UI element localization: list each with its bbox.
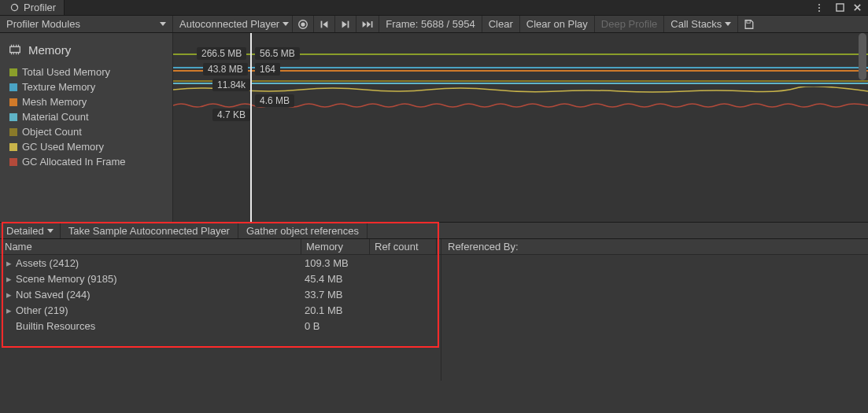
playhead-label-b: 164: [255, 63, 280, 76]
gather-references-button[interactable]: Gather object references: [238, 223, 368, 238]
referenced-by-body: [441, 255, 868, 381]
svg-rect-5: [836, 4, 843, 11]
table-row[interactable]: ▸Other (219)20.1 MB: [0, 302, 441, 318]
chevron-down-icon: [47, 229, 54, 233]
series-line-material: [173, 83, 868, 84]
expand-caret-icon[interactable]: ▸: [6, 289, 14, 301]
deep-profile-button[interactable]: Deep Profile: [595, 16, 665, 32]
series-line-gc-used: [173, 87, 868, 94]
save-button[interactable]: [738, 16, 759, 32]
svg-rect-9: [348, 20, 349, 28]
row-name: Assets (2412): [16, 257, 79, 269]
expand-caret-icon[interactable]: ▸: [6, 257, 14, 269]
memory-module-sidebar: Memory Total Used Memory Texture Memory …: [0, 33, 173, 222]
row-memory: 33.7 MB: [301, 289, 370, 301]
expand-caret-icon[interactable]: ▸: [6, 304, 14, 316]
memory-graph[interactable]: 266.5 MB 43.8 MB 11.84k 4.7 KB 56.5 MB 1…: [173, 33, 868, 222]
row-name: Not Saved (244): [16, 289, 90, 301]
row-memory: 109.3 MB: [301, 257, 370, 269]
swatch: [9, 68, 17, 76]
profiler-modules-label: Profiler Modules: [6, 18, 80, 30]
col-name-header[interactable]: Name: [0, 239, 301, 254]
legend-item-gc-used[interactable]: GC Used Memory: [6, 139, 166, 154]
legend-item-gc-alloc[interactable]: GC Allocated In Frame: [6, 154, 166, 169]
row-name: Builtin Resources: [16, 320, 95, 332]
col-refcount-header[interactable]: Ref count: [370, 239, 437, 254]
next-frame-button[interactable]: [335, 16, 356, 32]
vertical-scrollbar[interactable]: [859, 33, 866, 80]
playhead-label-a: 56.5 MB: [255, 47, 300, 60]
prev-frame-button[interactable]: [314, 16, 335, 32]
memory-legend: Total Used Memory Texture Memory Mesh Me…: [0, 63, 172, 171]
frame-indicator: Frame: 5688 / 5954: [379, 16, 482, 32]
row-memory: 20.1 MB: [301, 304, 370, 316]
row-name: Scene Memory (9185): [16, 273, 117, 285]
y-label-d: 4.7 KB: [212, 109, 250, 121]
chevron-down-icon: [725, 22, 731, 26]
chevron-down-icon: [160, 22, 166, 26]
profiler-tab[interactable]: Profiler: [0, 0, 65, 15]
profiler-modules-dropdown[interactable]: Profiler Modules: [0, 16, 173, 32]
svg-point-3: [818, 7, 820, 9]
memory-tree-panel: Name Memory Ref count ▸Assets (2412)109.…: [0, 239, 441, 381]
connection-dropdown[interactable]: Autoconnected Player: [173, 16, 293, 32]
close-icon[interactable]: [851, 2, 863, 14]
legend-item-object[interactable]: Object Count: [6, 124, 166, 139]
y-label-c: 11.84k: [212, 79, 250, 91]
legend-item-texture[interactable]: Texture Memory: [6, 79, 166, 94]
row-memory: 45.4 MB: [301, 273, 370, 285]
swatch: [9, 113, 17, 121]
playhead-label-c: 4.6 MB: [255, 94, 294, 107]
expand-caret-icon[interactable]: ▸: [6, 273, 14, 285]
table-row[interactable]: Builtin Resources0 B: [0, 318, 441, 334]
svg-rect-10: [371, 21, 373, 28]
series-line-object: [173, 80, 868, 82]
record-button[interactable]: [293, 16, 314, 32]
chevron-down-icon: [283, 22, 289, 26]
last-frame-button[interactable]: [356, 16, 379, 32]
table-row[interactable]: ▸Not Saved (244)33.7 MB: [0, 286, 441, 302]
frame-label: Frame: 5688 / 5954: [386, 18, 475, 30]
svg-point-7: [301, 22, 305, 26]
y-label-b: 43.8 MB: [203, 63, 248, 76]
clear-on-play-button[interactable]: Clear on Play: [520, 16, 595, 32]
tab-menu-icon[interactable]: [816, 2, 829, 14]
table-row[interactable]: ▸Assets (2412)109.3 MB: [0, 255, 441, 271]
swatch: [9, 83, 17, 91]
call-stacks-dropdown[interactable]: Call Stacks: [664, 16, 738, 32]
legend-item-material[interactable]: Material Count: [6, 109, 166, 124]
col-memory-header[interactable]: Memory: [301, 239, 370, 254]
maximize-icon[interactable]: [833, 2, 846, 14]
row-memory: 0 B: [301, 320, 370, 332]
memory-title: Memory: [28, 43, 71, 57]
legend-item-mesh[interactable]: Mesh Memory: [6, 94, 166, 109]
svg-point-4: [818, 10, 820, 12]
profiler-icon: [8, 2, 20, 14]
legend-item-total[interactable]: Total Used Memory: [6, 65, 166, 79]
graph-playhead[interactable]: [250, 33, 252, 222]
connection-label: Autoconnected Player: [179, 18, 279, 30]
y-label-a: 266.5 MB: [197, 47, 246, 60]
swatch: [9, 128, 17, 136]
svg-rect-8: [321, 20, 323, 28]
profiler-tab-label: Profiler: [24, 2, 56, 13]
clear-button[interactable]: Clear: [482, 16, 520, 32]
detail-mode-dropdown[interactable]: Detailed: [0, 223, 61, 238]
take-sample-button[interactable]: Take Sample Autoconnected Player: [61, 223, 238, 238]
memory-icon: [8, 42, 22, 57]
referenced-by-header: Referenced By:: [441, 239, 868, 255]
svg-point-2: [818, 4, 820, 6]
table-row[interactable]: ▸Scene Memory (9185)45.4 MB: [0, 271, 441, 286]
svg-rect-12: [10, 46, 20, 52]
swatch: [9, 143, 17, 151]
swatch: [9, 98, 17, 106]
row-name: Other (219): [16, 304, 68, 316]
swatch: [9, 158, 17, 166]
